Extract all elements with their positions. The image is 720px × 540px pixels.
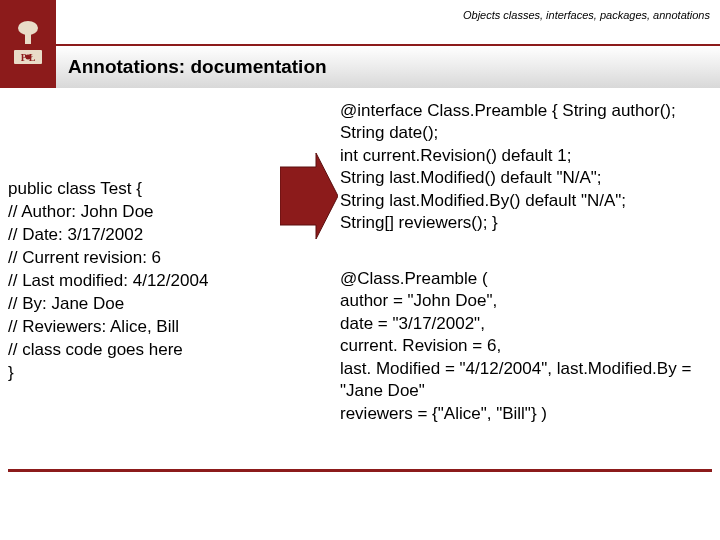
- svg-point-4: [26, 55, 31, 60]
- left-code-block: public class Test { // Author: John Doe …: [8, 178, 276, 384]
- slide-content: public class Test { // Author: John Doe …: [0, 88, 720, 488]
- title-bar: Annotations: documentation: [56, 44, 720, 88]
- page-title: Annotations: documentation: [68, 56, 327, 78]
- footer-divider: [8, 469, 712, 472]
- breadcrumb: Objects classes, interfaces, packages, a…: [463, 8, 710, 22]
- slide-header: P Ł Objects classes, interfaces, package…: [0, 0, 720, 88]
- arrow-icon: [280, 153, 338, 239]
- svg-marker-5: [280, 153, 338, 239]
- svg-rect-1: [25, 32, 31, 44]
- university-logo: P Ł: [0, 0, 56, 88]
- right-top-code-block: @interface Class.Preamble { String autho…: [340, 100, 720, 235]
- right-bottom-code-block: @Class.Preamble ( author = "John Doe", d…: [340, 268, 720, 425]
